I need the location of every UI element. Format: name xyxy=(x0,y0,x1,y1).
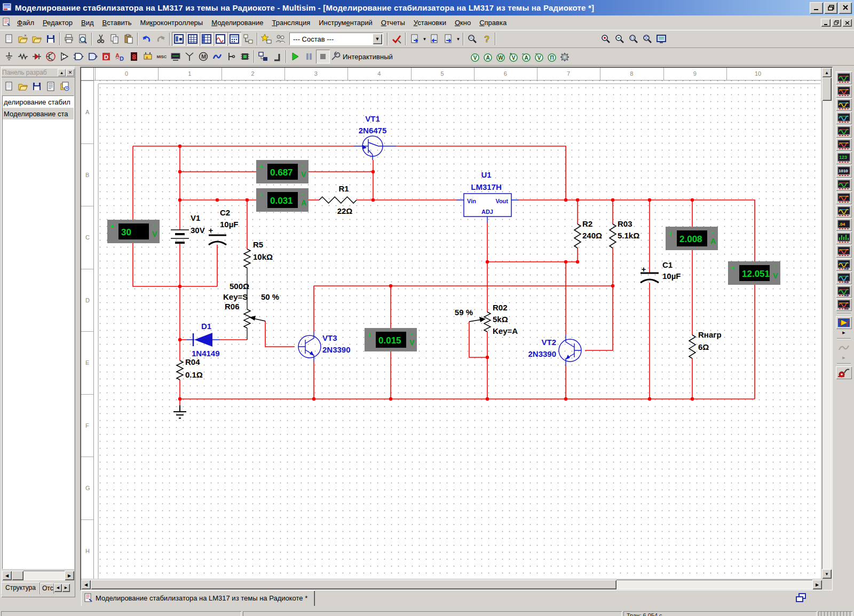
misc-button[interactable]: MISC xyxy=(155,50,169,63)
combobox-dropdown-button[interactable]: ▼ xyxy=(373,34,382,44)
forward-annotate-button[interactable] xyxy=(441,32,455,46)
print-button[interactable] xyxy=(62,32,76,46)
logic-analyzer-button[interactable] xyxy=(836,178,852,191)
menu-установки[interactable]: Установки xyxy=(409,17,450,29)
new-project-button[interactable] xyxy=(2,79,16,93)
toggle-grapher-button[interactable] xyxy=(213,32,227,46)
transistor-button[interactable] xyxy=(44,50,58,63)
scroll-thumb[interactable] xyxy=(12,571,23,580)
scroll-up-button[interactable]: ▲ xyxy=(822,68,832,77)
resistor-rnagr[interactable] xyxy=(689,335,695,358)
stop-simulation-button[interactable] xyxy=(316,50,330,63)
cmos-button[interactable] xyxy=(85,50,99,63)
capacitor-c2[interactable] xyxy=(209,235,226,245)
probe-v-button[interactable]: V xyxy=(469,50,481,64)
menu-микроконтроллеры[interactable]: Микроконтроллеры xyxy=(136,17,208,29)
menu-окно[interactable]: Окно xyxy=(450,17,475,29)
cut-button[interactable] xyxy=(94,32,108,46)
ammeter-input[interactable]: 0.031A+- xyxy=(256,188,309,212)
capacitor-c1[interactable] xyxy=(640,273,659,283)
resistor-r04[interactable] xyxy=(177,361,183,380)
scroll-left-button[interactable]: ◀ xyxy=(2,571,12,580)
tabs-scroll-right-button[interactable]: ▶ xyxy=(62,583,70,592)
tab-clipped[interactable]: Отс xyxy=(40,583,54,594)
component-list-combobox[interactable]: --- Состав ---▼ xyxy=(289,33,383,45)
ground-symbol[interactable] xyxy=(173,405,186,418)
ttl-button[interactable] xyxy=(72,50,85,63)
menu-вид[interactable]: Вид xyxy=(77,17,98,29)
close-button[interactable] xyxy=(839,2,852,14)
open-sample-button[interactable] xyxy=(30,32,44,46)
schematic-canvas[interactable]: Vin Vout ADJ 30V+-0.687V+-0.031A+-0.015V… xyxy=(94,81,821,579)
toggle-spreadsheet-button[interactable] xyxy=(186,32,200,46)
tektronix-oscilloscope-button[interactable]: TK xyxy=(836,298,852,311)
power-button[interactable]: ± xyxy=(141,50,155,63)
mixed-button[interactable]: AD xyxy=(113,50,127,63)
mdi-close-button[interactable] xyxy=(842,19,852,27)
frequency-counter-button[interactable]: 123 xyxy=(836,151,852,164)
save-project-button[interactable] xyxy=(30,79,44,93)
logic-converter-button[interactable] xyxy=(836,191,852,204)
erc-check-button[interactable] xyxy=(390,32,404,46)
agilent-oscilloscope-button[interactable]: AG xyxy=(836,285,852,298)
connectors-button[interactable] xyxy=(224,50,238,63)
design-hierarchy-list[interactable]: делирование стабилМоделирование ста xyxy=(2,95,74,569)
dropdown-caret[interactable]: ▼ xyxy=(455,32,461,46)
back-annotate-button[interactable] xyxy=(428,32,441,46)
electromechanical-button[interactable]: M xyxy=(196,50,210,63)
distortion-analyzer-button[interactable]: .04 xyxy=(836,218,852,231)
voltmeter-input[interactable]: 30V+- xyxy=(107,220,160,243)
run-simulation-button[interactable] xyxy=(288,50,302,63)
database-manager-button[interactable] xyxy=(273,32,287,46)
restore-button[interactable] xyxy=(824,2,837,14)
zoom-area-button[interactable] xyxy=(627,32,640,46)
hierarchy-button[interactable] xyxy=(241,32,255,46)
ni-elvis-button[interactable] xyxy=(836,341,852,354)
probe-v-instant-button[interactable]: V xyxy=(507,50,520,64)
transistor-vt3[interactable] xyxy=(298,332,321,362)
resistor-r5[interactable] xyxy=(244,249,250,268)
panel-collapse-button[interactable]: ▴ xyxy=(58,69,66,76)
scroll-right-button[interactable]: ▶ xyxy=(812,580,822,589)
cascade-windows-icon[interactable] xyxy=(795,593,807,605)
save-button[interactable] xyxy=(44,32,58,46)
bode-plotter-button[interactable] xyxy=(836,138,852,151)
redo-button[interactable] xyxy=(154,32,168,46)
agilent-function-generator-button[interactable]: AG xyxy=(836,258,852,271)
misc-digital-button[interactable]: D xyxy=(99,50,113,63)
scroll-left-button[interactable]: ◀ xyxy=(81,580,91,589)
mdi-minimize-button[interactable] xyxy=(821,19,831,27)
resistor-r03[interactable] xyxy=(610,224,616,248)
menu-трансляция[interactable]: Трансляция xyxy=(267,17,314,29)
canvas-hscrollbar[interactable]: ◀ ▶ xyxy=(81,580,822,589)
word-generator-button[interactable]: 1010 xyxy=(836,165,852,178)
project-layers-button[interactable] xyxy=(58,79,72,93)
oscilloscope-button[interactable] xyxy=(836,111,852,124)
probe-a-button[interactable]: A xyxy=(481,50,494,64)
probe-a-instant-button[interactable]: A xyxy=(520,50,533,64)
menu-вставить[interactable]: Вставить xyxy=(98,17,136,29)
menu-редактор[interactable]: Редактор xyxy=(38,17,77,29)
copy-button[interactable] xyxy=(108,32,122,46)
resistor-r2[interactable] xyxy=(574,224,581,248)
toggle-database-button[interactable] xyxy=(200,32,213,46)
help-button[interactable]: ? xyxy=(479,32,493,46)
hierarchical-block-button[interactable] xyxy=(256,50,270,63)
resistor-r1[interactable] xyxy=(319,197,357,203)
agilent-multimeter-button[interactable]: AG xyxy=(836,271,852,284)
battery-v1[interactable] xyxy=(171,230,189,243)
panel-close-button[interactable]: ✕ xyxy=(66,69,74,76)
probe-w-button[interactable]: W xyxy=(494,50,507,64)
mcu-button[interactable] xyxy=(238,50,252,63)
vscroll-thumb[interactable] xyxy=(822,77,832,101)
diode-d1[interactable] xyxy=(187,333,220,347)
probe-v-ref-button[interactable]: V xyxy=(533,50,545,64)
create-component-button[interactable] xyxy=(259,32,273,46)
scroll-right-button[interactable]: ▶ xyxy=(65,571,74,580)
find-button[interactable] xyxy=(465,32,479,46)
diode-button[interactable] xyxy=(30,50,44,63)
menu-отчеты[interactable]: Отчеты xyxy=(377,17,409,29)
advanced-peripherals-button[interactable] xyxy=(169,50,183,63)
voltmeter-vt1-base[interactable]: 0.687V+- xyxy=(256,160,309,183)
wattmeter-button[interactable] xyxy=(836,98,852,111)
